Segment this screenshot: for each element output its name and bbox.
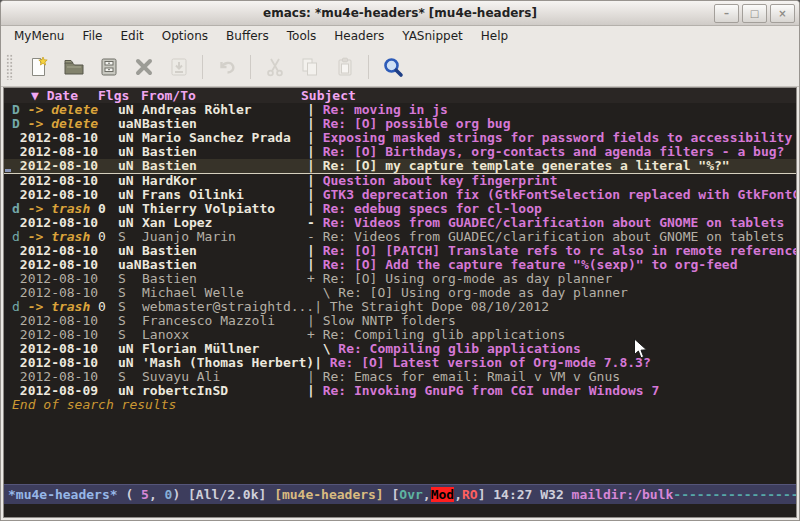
row-subject: | Re: [O] possible org bug <box>307 117 796 131</box>
menu-item-tools[interactable]: Tools <box>278 26 326 47</box>
row-mark-date: 2012-08-10 <box>12 258 118 272</box>
row-from: Mario Sanchez Prada <box>142 131 307 145</box>
search-icon <box>381 55 405 79</box>
menu-item-yasnippet[interactable]: YASnippet <box>393 26 472 47</box>
row-flags: uaN <box>118 117 142 131</box>
row-mark-date: 2012-08-10 <box>12 174 118 188</box>
row-subject: | The Straight Dope 08/10/2012 <box>314 300 796 314</box>
row-subject: - Re: Videos from GUADEC/clarification a… <box>307 216 796 230</box>
copy-icon <box>298 55 322 79</box>
row-subject: | Re: moving in js <box>307 103 796 117</box>
row-mark-date: d -> trash 0 <box>12 230 118 244</box>
toolbar-grip-handle[interactable] <box>6 54 13 80</box>
save-button[interactable] <box>94 52 123 81</box>
emacs-window: emacs: *mu4e-headers* [mu4e-headers] –□×… <box>0 0 800 521</box>
modeline-segment: 5 <box>141 487 149 502</box>
row-subject: | Re: Invoking GnuPG from CGI under Wind… <box>307 384 796 398</box>
message-row[interactable]: 2012-08-10SMichael Welle \ Re: [O] Using… <box>4 286 796 300</box>
message-row[interactable]: D -> deleteuaNBastien| Re: [O] possible … <box>4 117 796 131</box>
close-buffer-icon <box>132 55 156 79</box>
copy-button <box>295 52 324 81</box>
menu-item-headers[interactable]: Headers <box>325 26 393 47</box>
message-row[interactable]: 2012-08-10uaNBastien| Re: [O] Add the ca… <box>4 258 796 272</box>
menu-item-options[interactable]: Options <box>153 26 217 47</box>
row-mark-date: d -> trash 0 <box>12 300 118 314</box>
row-from: Bastien <box>142 258 307 272</box>
modeline[interactable]: *mu4e-headers* ( 5, 0) [All/2.0k] [mu4e-… <box>4 484 796 504</box>
row-from: webmaster@straightd... <box>142 300 314 314</box>
mu4e-headers-buffer[interactable]: ▼ Date Flgs From/To Subject D -> deleteu… <box>4 88 796 484</box>
maximize-button[interactable]: □ <box>742 4 767 23</box>
column-header-date: ▼ Date <box>31 88 78 103</box>
window-controls: –□× <box>714 4 795 23</box>
row-flags: uN <box>118 131 142 145</box>
minimize-button[interactable]: – <box>714 4 739 23</box>
row-from: Thierry Volpiatto <box>142 202 307 216</box>
row-from: Bastien <box>142 159 307 173</box>
message-row[interactable]: 2012-08-10uNXan Lopez- Re: Videos from G… <box>4 216 796 230</box>
close-button[interactable]: × <box>770 4 795 23</box>
modeline-segment: [mu4e-headers] <box>274 487 391 502</box>
message-row[interactable]: d -> trash 0uNThierry Volpiatto| Re: ede… <box>4 202 796 216</box>
row-from: Suvayu Ali <box>142 370 307 384</box>
row-subject: | Re: [O] [PATCH] Translate refs to rc a… <box>307 244 796 258</box>
message-row[interactable]: 2012-08-10SLanoxx+ Re: Compiling glib ap… <box>4 328 796 342</box>
message-row[interactable]: 2012-08-10SFrancesco Mazzoli| Slow NNTP … <box>4 314 796 328</box>
search-button[interactable] <box>378 52 407 81</box>
message-row[interactable]: 2012-08-10SBastien+ Re: [O] Using org-mo… <box>4 272 796 286</box>
row-flags: uN <box>118 342 142 356</box>
modeline-segment: maildir:/bulk <box>572 487 674 502</box>
menu-item-mymenu[interactable]: MyMenu <box>5 26 73 47</box>
column-header-flags: Flgs <box>98 88 129 103</box>
modeline-segment: ) <box>172 487 188 502</box>
row-flags: uN <box>118 216 142 230</box>
cut-button <box>260 52 289 81</box>
titlebar[interactable]: emacs: *mu4e-headers* [mu4e-headers] –□× <box>1 1 799 26</box>
new-file-button[interactable] <box>24 52 53 81</box>
message-row[interactable]: 2012-08-10uN'Mash (Thomas Herbert)| Re: … <box>4 356 796 370</box>
row-mark-date: d -> trash 0 <box>12 202 118 216</box>
message-row[interactable]: 2012-08-10uNBastien| Re: [O] Birthdays, … <box>4 145 796 159</box>
open-folder-button[interactable] <box>59 52 88 81</box>
menu-item-help[interactable]: Help <box>472 26 517 47</box>
toolbar-items <box>21 52 410 81</box>
message-row[interactable]: 2012-08-10uNBastien| Re: [O] [PATCH] Tra… <box>4 244 796 258</box>
message-row[interactable]: D -> deleteuNAndreas Röhler| Re: moving … <box>4 103 796 117</box>
paste-icon <box>333 55 357 79</box>
open-folder-icon <box>62 55 86 79</box>
row-flags: S <box>118 370 142 384</box>
menu-item-buffers[interactable]: Buffers <box>217 26 278 47</box>
menu-item-file[interactable]: File <box>73 26 111 47</box>
message-row[interactable]: 2012-08-10uNBastien| Re: [O] my capture … <box>4 159 796 174</box>
row-flags: uN <box>118 188 142 202</box>
row-subject: | Re: Emacs for email: Rmail v VM v Gnus <box>307 370 796 384</box>
row-from: Andreas Röhler <box>142 103 307 117</box>
emacs-content: ▼ Date Flgs From/To Subject D -> deleteu… <box>3 87 797 518</box>
message-row[interactable]: 2012-08-10SSuvayu Ali| Re: Emacs for ema… <box>4 370 796 384</box>
message-row[interactable]: 2012-08-10uNMario Sanchez Prada| Exposin… <box>4 131 796 145</box>
paste-button <box>330 52 359 81</box>
row-from: Bastien <box>142 145 307 159</box>
row-from: Xan Lopez <box>142 216 307 230</box>
row-mark-date: 2012-08-10 <box>12 356 118 370</box>
row-subject: | Slow NNTP folders <box>307 314 796 328</box>
message-row[interactable]: d -> trash 0Swebmaster@straightd...| The… <box>4 300 796 314</box>
row-from: Juanjo Marin <box>142 230 307 244</box>
message-row[interactable]: 2012-08-09uNrobertcInSD| Re: Invoking Gn… <box>4 384 796 398</box>
menu-item-edit[interactable]: Edit <box>112 26 153 47</box>
row-flags: S <box>118 314 142 328</box>
row-subject: - Re: Videos from GUADEC/clarification a… <box>307 230 796 244</box>
row-flags: uN <box>118 356 142 370</box>
row-from: Bastien <box>142 244 307 258</box>
modeline-segment: ] <box>478 487 494 502</box>
message-row[interactable]: 2012-08-10uNHardKor| Question about key … <box>4 174 796 188</box>
message-row[interactable]: 2012-08-10uNFrans Oilinki| GTK3 deprecat… <box>4 188 796 202</box>
row-subject: | Re: [O] my capture template generates … <box>307 159 796 173</box>
message-row[interactable]: d -> trash 0SJuanjo Marin- Re: Videos fr… <box>4 230 796 244</box>
row-from: Frans Oilinki <box>142 188 307 202</box>
modeline-segment: , <box>454 487 462 502</box>
message-row[interactable]: 2012-08-10uNFlorian Müllner \ Re: Compil… <box>4 342 796 356</box>
row-subject: \ Re: [O] Using org-mode as day planner <box>307 286 796 300</box>
row-flags: uN <box>118 202 142 216</box>
close-buffer-button[interactable] <box>129 52 158 81</box>
